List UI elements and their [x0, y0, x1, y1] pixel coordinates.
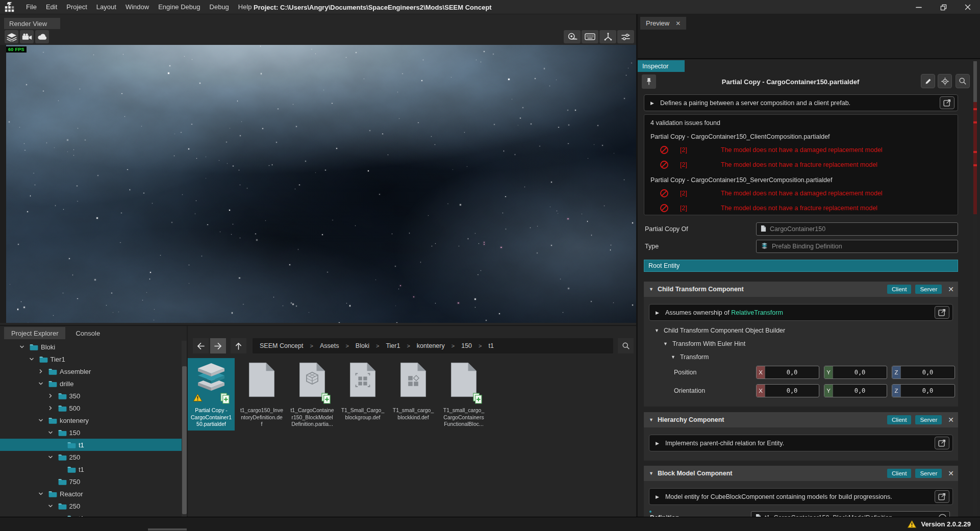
orientation-z-field[interactable]: Z0,0 — [892, 384, 955, 397]
collapse-icon[interactable]: ▼ — [671, 355, 675, 360]
expand-icon[interactable]: ▶ — [650, 100, 654, 106]
tree-item-500[interactable]: 500 — [0, 402, 182, 414]
tree-item-t1[interactable]: t1 — [0, 463, 182, 475]
chevron-down-icon[interactable] — [37, 417, 44, 423]
tab-preview[interactable]: Preview ✕ — [640, 17, 686, 30]
menu-project[interactable]: Project — [62, 2, 91, 12]
menu-help[interactable]: Help — [234, 2, 257, 12]
position-y-field[interactable]: Y0,0 — [824, 366, 887, 379]
hierarchy-header[interactable]: ▼ Hierarchy Component ClientServer✕ — [644, 412, 958, 427]
file-item-t1-small-cargo-cargocontainersfunctionalbloc[interactable]: T1_small_cargo_CargoContainersFunctional… — [440, 358, 487, 431]
definition-field[interactable]: t1_CargoContainer150_BlockModelDefinitio… — [751, 511, 950, 517]
tree-item-250[interactable]: 250 — [0, 500, 182, 512]
breadcrumb-150[interactable]: 150 — [461, 342, 472, 349]
preview-close-icon[interactable]: ✕ — [675, 20, 681, 27]
collapse-icon[interactable]: ▼ — [663, 341, 668, 346]
chevron-right-icon[interactable] — [47, 393, 54, 399]
back-button[interactable] — [193, 338, 209, 353]
tree-item-350[interactable]: 350 — [0, 390, 182, 402]
edit-button[interactable] — [921, 74, 935, 88]
orientation-x-field[interactable]: X0,0 — [756, 384, 819, 397]
tree-item-750[interactable]: 750 — [0, 475, 182, 488]
breadcrumb-bloki[interactable]: Bloki — [356, 342, 369, 349]
forward-button[interactable] — [210, 338, 226, 353]
collapse-icon[interactable]: ▼ — [649, 417, 654, 422]
tree-item-kontenery[interactable]: kontenery — [0, 414, 182, 426]
tree-item-250[interactable]: 250 — [0, 451, 182, 463]
remove-component-button[interactable]: ✕ — [948, 469, 954, 477]
partial-copy-of-field[interactable]: CargoContainer150 — [756, 222, 958, 236]
collapse-icon[interactable]: ▼ — [649, 287, 654, 292]
chevron-right-icon[interactable] — [47, 405, 54, 411]
remove-component-button[interactable]: ✕ — [948, 285, 954, 293]
tree-item-reactor[interactable]: Reactor — [0, 488, 182, 500]
file-item-partial-copy-cargocontainer150-partialdef[interactable]: Partial Copy -CargoContainer150.partiald… — [188, 358, 235, 431]
file-item-t1-cargo150-inventorydefinition-def[interactable]: t1_cargo150_InventoryDefinition.def — [238, 358, 285, 431]
validation-issue-row[interactable]: [2]The model does not have a damaged rep… — [650, 143, 951, 157]
keyboard-button[interactable] — [582, 30, 598, 43]
file-item-t1-small-cargo-blockgroup-def[interactable]: T1_Small_Cargo_blockgroup.def — [339, 358, 386, 431]
tree-item-t1[interactable]: t1 — [0, 439, 182, 451]
transform-node[interactable]: ▼ Transform — [671, 353, 953, 361]
validation-issue-row[interactable]: [2]The model does not have a fracture re… — [650, 158, 951, 171]
chevron-down-icon[interactable] — [47, 454, 54, 460]
relative-transform-link[interactable]: RelativeTransform — [731, 309, 783, 316]
tab-console[interactable]: Console — [68, 327, 107, 339]
open-external-button[interactable] — [935, 306, 949, 319]
filters-button[interactable] — [617, 30, 634, 43]
validation-issue-row[interactable]: [2]The model does not have a damaged rep… — [650, 186, 951, 200]
camera-button[interactable] — [20, 30, 34, 43]
menu-debug[interactable]: Debug — [205, 2, 234, 12]
euler-hint-node[interactable]: ▼ Transform With Euler Hint — [663, 340, 953, 347]
position-z-field[interactable]: Z0,0 — [892, 366, 955, 379]
validation-issue-row[interactable]: [2]The model does not have a fracture re… — [650, 201, 951, 215]
badge-server[interactable]: Server — [915, 469, 942, 478]
file-search-button[interactable] — [618, 338, 634, 353]
tree-item-drille[interactable]: drille — [0, 377, 182, 390]
orientation-y-field[interactable]: Y0,0 — [824, 384, 887, 397]
tree-item-tier1[interactable]: Tier1 — [0, 353, 182, 365]
breadcrumb-tier1[interactable]: Tier1 — [386, 342, 400, 349]
cloud-button[interactable] — [35, 30, 49, 43]
axis-gizmo-button[interactable] — [599, 30, 616, 43]
menu-file[interactable]: File — [21, 2, 41, 12]
badge-client[interactable]: Client — [887, 285, 911, 294]
child-transform-header[interactable]: ▼ Child Transform Component ClientServer… — [644, 282, 958, 297]
menu-layout[interactable]: Layout — [92, 2, 121, 12]
minimize-button[interactable] — [907, 0, 931, 14]
file-item-t1-cargocontainer150-blockmodeldefinition-partia[interactable]: t1_CargoContainer150_BlockModelDefinitio… — [289, 358, 336, 431]
menu-engine-debug[interactable]: Engine Debug — [154, 2, 205, 12]
chevron-down-icon[interactable] — [47, 503, 54, 509]
position-x-field[interactable]: X0,0 — [756, 366, 819, 379]
collapse-icon[interactable]: ▼ — [649, 471, 654, 476]
tree-scrollbar-thumb[interactable] — [182, 366, 187, 514]
open-external-button[interactable] — [935, 490, 949, 503]
breadcrumb-kontenery[interactable]: kontenery — [417, 342, 445, 349]
3d-viewport[interactable]: 60 FPS — [6, 45, 636, 323]
inspector-scrollbar[interactable] — [973, 61, 977, 516]
restore-button[interactable] — [931, 0, 956, 14]
breadcrumb-t1[interactable]: t1 — [488, 342, 493, 349]
horizontal-scrollbar-thumb[interactable] — [148, 528, 187, 530]
badge-client[interactable]: Client — [887, 415, 911, 424]
locate-button[interactable] — [938, 74, 952, 88]
menu-window[interactable]: Window — [121, 2, 154, 12]
block-model-header[interactable]: ▼ Block Model Component ClientServer✕ — [644, 466, 958, 481]
breadcrumb-assets[interactable]: Assets — [320, 342, 339, 349]
up-button[interactable] — [231, 338, 246, 353]
root-entity-bar[interactable]: Root Entity — [644, 260, 958, 272]
inspector-scrollbar-thumb[interactable] — [973, 61, 977, 102]
chevron-down-icon[interactable] — [47, 429, 54, 436]
open-external-button[interactable] — [935, 437, 949, 449]
tree-item-assembler[interactable]: Assembler — [0, 365, 182, 377]
collapse-icon[interactable]: ▼ — [655, 328, 659, 333]
badge-client[interactable]: Client — [887, 469, 911, 478]
close-button[interactable] — [956, 0, 980, 14]
open-external-button[interactable] — [940, 96, 954, 109]
search-button[interactable] — [956, 74, 970, 88]
remove-component-button[interactable]: ✕ — [948, 416, 954, 424]
file-item-t1-small-cargo-blockkind-def[interactable]: T1_small_cargo_blockkind.def — [390, 358, 437, 431]
badge-server[interactable]: Server — [915, 285, 942, 294]
measure-button[interactable] — [564, 30, 581, 43]
menu-edit[interactable]: Edit — [41, 2, 62, 12]
